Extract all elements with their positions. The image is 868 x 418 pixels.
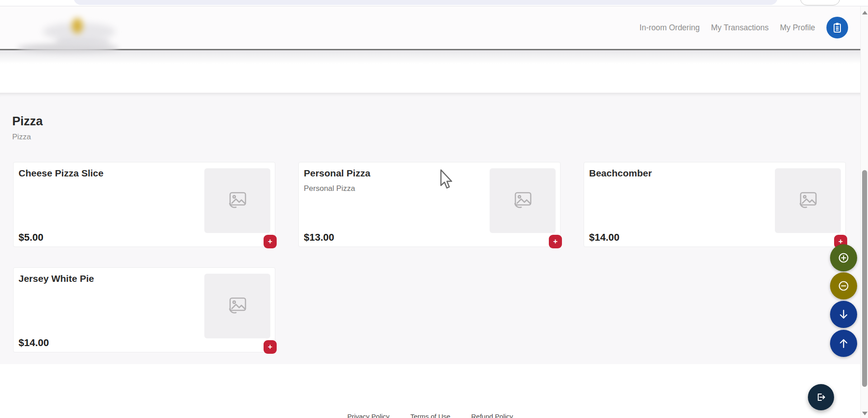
item-price: $13.00 (304, 232, 334, 243)
logout-icon (815, 391, 827, 404)
header-nav: In-room Ordering My Transactions My Prof… (640, 6, 848, 49)
top-remnant-strip (0, 0, 868, 6)
image-placeholder-icon (226, 295, 248, 317)
logo-gold-emblem (72, 18, 83, 33)
zoom-in-fab[interactable] (830, 244, 857, 271)
logout-fab[interactable] (808, 384, 834, 410)
nav-in-room-ordering[interactable]: In-room Ordering (640, 23, 700, 33)
item-name: Beachcomber (589, 168, 765, 179)
arrow-up-icon (837, 337, 850, 350)
image-placeholder-icon (512, 190, 533, 212)
add-to-order-button[interactable]: + (264, 340, 277, 354)
item-image-placeholder (490, 168, 556, 233)
item-name: Jersey White Pie (19, 273, 195, 284)
zoom-out-fab[interactable] (830, 272, 857, 299)
item-name: Cheese Pizza Slice (19, 168, 195, 179)
item-description: Personal Pizza (304, 184, 480, 193)
image-placeholder-icon (226, 190, 248, 212)
scrollbar-down-arrow-icon[interactable] (862, 412, 868, 415)
item-price: $14.00 (19, 337, 49, 349)
nav-my-transactions[interactable]: My Transactions (711, 23, 769, 33)
top-button-remnant[interactable] (800, 0, 840, 5)
scroll-up-fab[interactable] (830, 330, 857, 357)
logo-blur-overlay (17, 43, 119, 52)
item-price: $5.00 (19, 232, 43, 243)
menu-item-card[interactable]: Jersey White Pie $14.00 + (13, 267, 275, 352)
menu-items-grid: Cheese Pizza Slice $5.00 + Personal Pizz… (13, 162, 846, 352)
add-to-order-button[interactable]: + (549, 235, 562, 248)
header-shadow-fade (0, 50, 868, 64)
item-price: $14.00 (589, 232, 619, 243)
item-image-placeholder (204, 274, 270, 338)
nav-my-profile[interactable]: My Profile (780, 23, 815, 33)
item-image-placeholder (204, 168, 270, 233)
scrollbar-thumb[interactable] (862, 170, 867, 387)
footer-links: Privacy Policy Terms of Use Refund Polic… (0, 413, 860, 418)
menu-item-card[interactable]: Cheese Pizza Slice $5.00 + (13, 162, 275, 247)
image-placeholder-icon (797, 190, 819, 212)
footer-link-refund[interactable]: Refund Policy (471, 413, 513, 418)
scroll-down-fab[interactable] (830, 301, 857, 328)
item-name: Personal Pizza (304, 168, 480, 179)
arrow-down-icon (837, 308, 850, 321)
menu-category-section: Pizza Pizza Cheese Pizza Slice $5.00 + (0, 93, 868, 364)
scrollbar-up-arrow-icon[interactable] (862, 11, 868, 14)
item-image-placeholder (775, 168, 841, 233)
clipboard-icon (832, 22, 843, 33)
app-header: In-room Ordering My Transactions My Prof… (0, 6, 868, 49)
section-header: Pizza Pizza (12, 114, 43, 142)
header-divider-line (0, 49, 868, 50)
footer-link-terms[interactable]: Terms of Use (410, 413, 450, 418)
circle-minus-icon (837, 279, 850, 293)
add-to-order-button[interactable]: + (264, 235, 277, 248)
hotel-logo (43, 18, 120, 45)
category-subtitle: Pizza (12, 133, 43, 142)
circle-plus-icon (837, 251, 850, 265)
orders-button[interactable] (826, 17, 848, 38)
search-bar-remnant[interactable] (74, 0, 778, 5)
menu-item-card[interactable]: Beachcomber $14.00 + (584, 162, 846, 247)
category-title: Pizza (12, 114, 43, 128)
page-scrollbar[interactable] (860, 6, 868, 418)
menu-item-card[interactable]: Personal Pizza Personal Pizza $13.00 + (298, 162, 561, 247)
footer-link-privacy[interactable]: Privacy Policy (347, 413, 389, 418)
